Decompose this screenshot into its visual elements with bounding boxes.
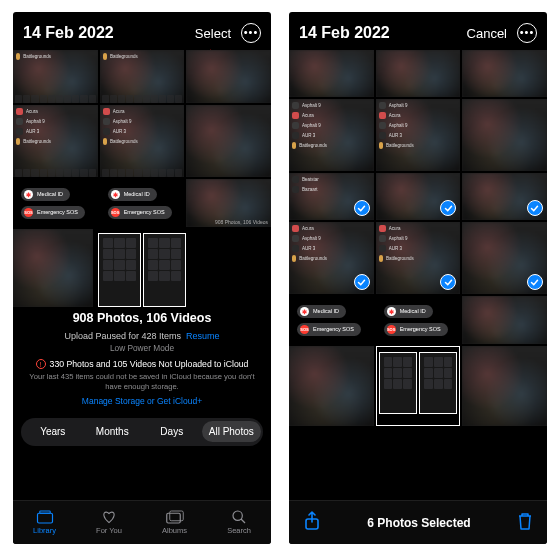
- more-icon[interactable]: •••: [241, 23, 261, 43]
- grid-thumb[interactable]: [289, 50, 374, 97]
- selection-toolbar: 6 Photos Selected: [289, 500, 547, 544]
- library-summary: 908 Photos, 106 Videos Upload Paused for…: [13, 307, 271, 412]
- grid-thumb[interactable]: [462, 296, 547, 344]
- seg-years[interactable]: Years: [23, 421, 83, 442]
- manage-storage-link[interactable]: Manage Storage or Get iCloud+: [23, 396, 261, 406]
- tab-library[interactable]: Library: [33, 510, 56, 535]
- grid-thumb-selected[interactable]: Acura Asphalt 9 AUR 3 Battlegrounds: [289, 222, 374, 294]
- screenshot-thumb[interactable]: [143, 233, 186, 307]
- svg-point-4: [233, 511, 242, 520]
- tab-albums[interactable]: Albums: [162, 510, 187, 535]
- trash-icon[interactable]: [517, 512, 533, 534]
- grid-thumb[interactable]: Acura Asphalt 9 AUR 3 Battlegrounds: [100, 105, 185, 177]
- svg-rect-0: [37, 513, 52, 523]
- albums-icon: [166, 510, 184, 524]
- seg-all-photos[interactable]: All Photos: [202, 421, 262, 442]
- check-icon: [527, 274, 543, 290]
- grid-thumb[interactable]: ✱Medical ID SOSEmergency SOS: [100, 179, 185, 227]
- check-icon: [440, 274, 456, 290]
- header: 14 Feb 2022 Cancel •••: [289, 12, 547, 50]
- selection-count: 6 Photos Selected: [367, 516, 470, 530]
- screenshot-thumb[interactable]: [98, 233, 141, 307]
- tab-search[interactable]: Search: [227, 510, 251, 535]
- check-icon: [354, 200, 370, 216]
- grid-empty: [191, 229, 271, 307]
- summary-title: 908 Photos, 106 Videos: [23, 311, 261, 325]
- grid-thumb[interactable]: [13, 229, 93, 307]
- phone-right: 14 Feb 2022 Cancel ••• Asphalt 9 Acura A…: [289, 12, 547, 544]
- tab-bar: Library For You Albums Search: [13, 500, 271, 544]
- grid-thumb[interactable]: [462, 346, 547, 426]
- check-icon: [440, 200, 456, 216]
- grid-thumb[interactable]: [186, 105, 271, 177]
- grid-thumb[interactable]: Asphalt 9 Acura Asphalt 9 AUR 3 Battlegr…: [376, 99, 461, 171]
- header: 14 Feb 2022 Select •••: [13, 12, 271, 50]
- cancel-button[interactable]: Cancel: [467, 26, 507, 41]
- photo-grid: Battlegrounds Battlegrounds Acura Asphal…: [13, 50, 271, 227]
- grid-thumb[interactable]: [289, 346, 374, 426]
- grid-thumb[interactable]: ✱Medical ID SOSEmergency SOS: [13, 179, 98, 227]
- svg-line-5: [241, 519, 245, 523]
- grid-thumb[interactable]: [462, 50, 547, 97]
- share-icon[interactable]: [303, 511, 321, 535]
- grid-thumb[interactable]: ✱Medical ID SOSEmergency SOS: [376, 296, 461, 344]
- grid-thumb[interactable]: Battlegrounds: [100, 50, 185, 103]
- svg-rect-1: [39, 511, 50, 513]
- date-label: 14 Feb 2022: [299, 24, 390, 42]
- grid-thumb[interactable]: [376, 346, 461, 426]
- tab-for-you[interactable]: For You: [96, 510, 122, 535]
- seg-days[interactable]: Days: [142, 421, 202, 442]
- date-label: 14 Feb 2022: [23, 24, 114, 42]
- grid-thumb[interactable]: ✱Medical ID SOSEmergency SOS: [289, 296, 374, 344]
- grid-thumb[interactable]: Asphalt 9 Acura Asphalt 9 AUR 3 Battlegr…: [289, 99, 374, 171]
- grid-thumb-selected[interactable]: [376, 173, 461, 220]
- svg-rect-2: [166, 513, 180, 523]
- library-icon: [36, 510, 54, 524]
- warning-icon: !: [36, 359, 46, 369]
- grid-thumb[interactable]: Battlegrounds: [13, 50, 98, 103]
- grid-thumb[interactable]: 908 Photos, 106 Videos: [186, 179, 271, 227]
- photo-grid: Asphalt 9 Acura Asphalt 9 AUR 3 Battlegr…: [289, 50, 547, 426]
- svg-rect-3: [169, 511, 183, 521]
- grid-thumb-selected[interactable]: [462, 173, 547, 220]
- phone-left: 14 Feb 2022 Select ••• Battlegrounds: [13, 12, 271, 544]
- caption-tiny: 908 Photos, 106 Videos: [215, 219, 268, 225]
- grid-thumb[interactable]: Acura Asphalt 9 AUR 3 Battlegrounds: [13, 105, 98, 177]
- grid-thumb[interactable]: [186, 50, 271, 103]
- check-icon: [527, 200, 543, 216]
- select-button[interactable]: Select: [195, 26, 231, 41]
- grid-thumb-selected[interactable]: [462, 222, 547, 294]
- seg-months[interactable]: Months: [83, 421, 143, 442]
- search-icon: [230, 510, 248, 524]
- grid-thumb[interactable]: [376, 50, 461, 97]
- grid-thumb[interactable]: [462, 99, 547, 171]
- more-icon[interactable]: •••: [517, 23, 537, 43]
- heart-icon: [100, 510, 118, 524]
- grid-thumb-selected[interactable]: Acura Asphalt 9 AUR 3 Battlegrounds: [376, 222, 461, 294]
- resume-link[interactable]: Resume: [186, 331, 220, 341]
- view-segmented-control[interactable]: Years Months Days All Photos: [21, 418, 263, 446]
- grid-thumb-selected[interactable]: Beatstar Bazaart: [289, 173, 374, 220]
- check-icon: [354, 274, 370, 290]
